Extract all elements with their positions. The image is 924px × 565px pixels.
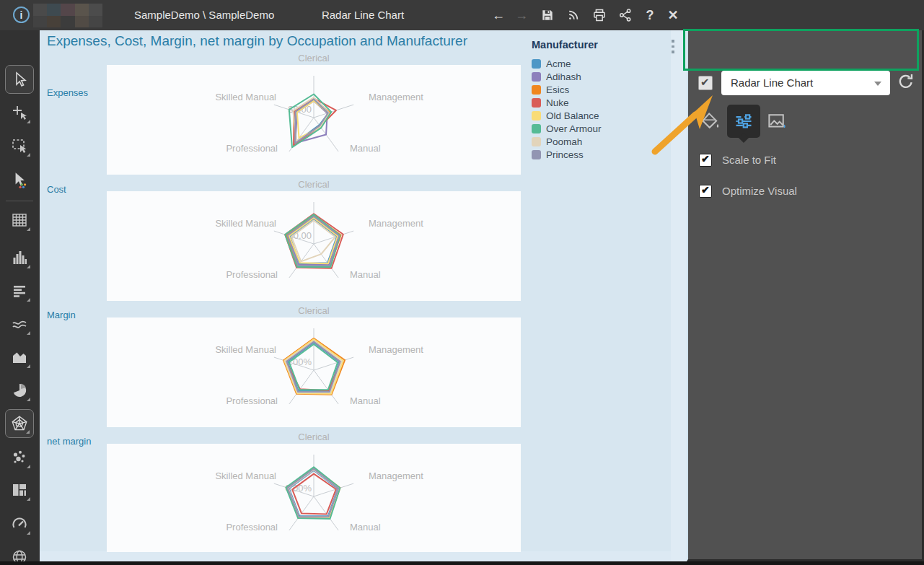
sidebar-item-interaction-pointer[interactable] bbox=[5, 166, 34, 195]
sidebar-item-pointer[interactable] bbox=[5, 65, 34, 94]
print-button[interactable] bbox=[589, 0, 610, 30]
chart-title: Expenses, Cost, Margin, net margin by Oc… bbox=[47, 33, 467, 49]
legend-item[interactable]: Poomah bbox=[532, 135, 669, 148]
legend-swatch bbox=[532, 85, 541, 95]
select-region-icon bbox=[11, 137, 28, 154]
legend-item[interactable]: Nuke bbox=[532, 96, 669, 109]
scale-to-fit-checkbox[interactable] bbox=[699, 154, 712, 167]
legend-item[interactable]: Adihash bbox=[532, 70, 669, 83]
bar-chart-icon bbox=[11, 249, 28, 266]
legend-label: Adihash bbox=[546, 71, 581, 82]
visual-type-dropdown[interactable]: Radar Line Chart bbox=[721, 71, 890, 95]
sidebar-item-gauge[interactable] bbox=[5, 509, 34, 538]
legend-swatch bbox=[532, 150, 541, 159]
radar-axis-label: Professional bbox=[226, 269, 278, 280]
table-icon bbox=[11, 211, 28, 229]
tab-image-fill[interactable] bbox=[765, 108, 789, 134]
radar-axis-label: Management bbox=[369, 470, 423, 481]
legend-title: Manufacturer bbox=[532, 39, 669, 51]
row-label-expenses: Expenses bbox=[47, 87, 88, 98]
legend-item[interactable]: Esics bbox=[532, 83, 669, 96]
sidebar-item-text-label[interactable] bbox=[5, 276, 34, 305]
radar-axis-label: Skilled Manual bbox=[215, 92, 276, 102]
info-icon[interactable]: i bbox=[13, 6, 30, 23]
legend-swatch bbox=[532, 137, 541, 146]
sidebar-item-pie-chart[interactable] bbox=[5, 376, 34, 405]
radar-axis-label: Manual bbox=[350, 269, 381, 280]
sidebar-item-treemap[interactable] bbox=[5, 476, 34, 504]
radar-axis-label: Management bbox=[369, 218, 423, 229]
radar-axis-label: Clerical bbox=[298, 179, 329, 190]
legend-panel: Manufacturer AcmeAdihashEsicsNukeOld Bal… bbox=[532, 39, 669, 161]
legend-swatch bbox=[532, 111, 541, 121]
titlebar: i SampleDemo \ SampleDemo Radar Line Cha… bbox=[0, 0, 924, 30]
close-button[interactable]: ✕ bbox=[662, 0, 684, 30]
legend-label: Acme bbox=[546, 58, 571, 69]
radar-chart-svg: ClericalManagementManualProfessionalSkil… bbox=[107, 191, 521, 301]
formatting-tabs bbox=[688, 102, 924, 140]
share-icon bbox=[618, 8, 633, 22]
sidebar-item-scatter-chart[interactable] bbox=[5, 443, 34, 472]
back-icon: ← bbox=[492, 8, 505, 23]
legend-swatch bbox=[532, 72, 541, 82]
legend-item[interactable]: Over Armour bbox=[532, 122, 669, 135]
row-label-net-margin: net margin bbox=[47, 436, 91, 447]
legend-item[interactable]: Old Balance bbox=[532, 109, 669, 122]
page-title: Radar Line Chart bbox=[322, 0, 404, 30]
visual-type-value: Radar Line Chart bbox=[731, 71, 813, 95]
legend-swatch bbox=[532, 124, 541, 133]
image-fill-icon bbox=[766, 110, 788, 132]
sliders-icon bbox=[734, 111, 754, 131]
save-button[interactable] bbox=[537, 0, 558, 30]
sidebar-item-radar-chart[interactable] bbox=[5, 409, 34, 438]
sidebar-item-select-region[interactable] bbox=[5, 131, 34, 160]
option-optimize-visual: Optimize Visual bbox=[688, 184, 924, 200]
radar-axis-label: Professional bbox=[226, 143, 278, 154]
legend-swatch bbox=[532, 59, 541, 69]
legend-item[interactable]: Acme bbox=[532, 57, 669, 70]
sidebar-item-area-chart[interactable] bbox=[5, 343, 34, 372]
legend-label: Over Armour bbox=[546, 123, 602, 134]
radar-axis-label: Clerical bbox=[298, 432, 329, 442]
radar-chart-panel-cost[interactable]: ClericalManagementManualProfessionalSkil… bbox=[107, 191, 521, 301]
sidebar-item-line-chart[interactable] bbox=[5, 310, 34, 338]
sidebar-divider bbox=[6, 201, 33, 201]
radar-chart-panel-margin[interactable]: ClericalManagementManualProfessionalSkil… bbox=[107, 317, 521, 427]
radar-axis-label: Management bbox=[369, 92, 423, 102]
share-button[interactable] bbox=[615, 0, 636, 30]
vertical-scrollbar[interactable] bbox=[671, 30, 687, 561]
radar-axis-label: Manual bbox=[350, 522, 381, 533]
radar-chart-panel-net-margin[interactable]: ClericalManagementManualProfessionalSkil… bbox=[107, 444, 521, 552]
radar-axis-label: Clerical bbox=[298, 305, 329, 316]
gauge-icon bbox=[11, 515, 28, 533]
sidebar-item-add-component[interactable] bbox=[5, 98, 34, 127]
forward-button[interactable]: → bbox=[511, 0, 532, 30]
optimize-visual-checkbox[interactable] bbox=[699, 185, 712, 198]
legend-swatch bbox=[532, 98, 541, 108]
redacted-block bbox=[33, 4, 102, 27]
visual-selector-checkbox[interactable] bbox=[698, 76, 713, 90]
save-icon bbox=[540, 8, 555, 22]
legend-label: Old Balance bbox=[546, 110, 599, 121]
legend-menu-button[interactable] bbox=[669, 40, 677, 57]
print-icon bbox=[592, 8, 607, 22]
sidebar-item-table[interactable] bbox=[5, 206, 34, 235]
row-label-cost: Cost bbox=[47, 184, 66, 195]
tab-properties[interactable] bbox=[727, 105, 760, 138]
legend-item[interactable]: Princess bbox=[532, 148, 669, 161]
visual-selector-row: Radar Line Chart bbox=[688, 64, 924, 102]
tab-look-fill[interactable] bbox=[698, 108, 723, 134]
reset-button[interactable] bbox=[896, 71, 916, 92]
radar-chart-svg: ClericalManagementManualProfessionalSkil… bbox=[107, 444, 521, 552]
scale-to-fit-label: Scale to Fit bbox=[722, 154, 776, 166]
radar-chart-panel-expenses[interactable]: ClericalManagementManualProfessionalSkil… bbox=[107, 65, 521, 175]
legend-label: Poomah bbox=[546, 136, 582, 147]
sidebar-item-bar-chart[interactable] bbox=[5, 243, 34, 272]
radar-chart-svg: ClericalManagementManualProfessionalSkil… bbox=[107, 317, 521, 427]
back-button[interactable]: ← bbox=[488, 0, 509, 30]
horizontal-scrollbar[interactable] bbox=[40, 551, 671, 561]
help-button[interactable]: ? bbox=[639, 0, 661, 30]
radar-axis-label: Professional bbox=[226, 522, 278, 533]
forward-icon: → bbox=[515, 8, 528, 23]
data-feed-button[interactable] bbox=[563, 0, 584, 30]
